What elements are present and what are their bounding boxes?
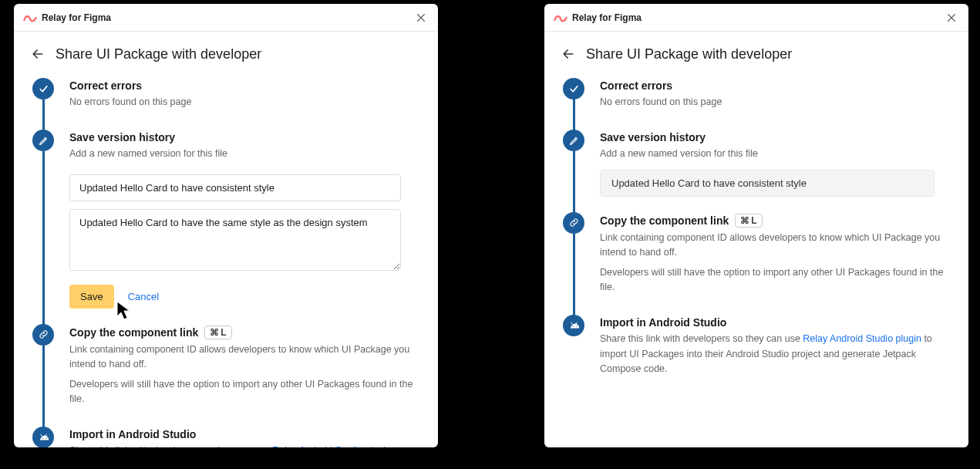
version-name-input[interactable] (69, 174, 401, 201)
step-save-version: Save version history Add a new named ver… (563, 130, 950, 211)
dialog-header: Share UI Package with developer (14, 32, 438, 70)
step-copy-link: Copy the component link ⌘ L Link contain… (563, 212, 950, 315)
svg-point-2 (572, 326, 573, 326)
android-icon (563, 315, 584, 336)
step-sub-2: Developers will still have the option to… (69, 377, 416, 407)
link-icon (32, 324, 54, 346)
step-subtitle: No errors found on this page (69, 95, 416, 110)
android-icon (32, 427, 54, 447)
back-arrow-icon[interactable] (29, 46, 46, 62)
step-subtitle: Share this link with developers so they … (600, 332, 947, 376)
cmd-symbol: ⌘ (740, 215, 749, 226)
step-title: Correct errors (600, 79, 947, 92)
step-title: Copy the component link (600, 214, 729, 227)
titlebar: Relay for Figma (14, 4, 438, 32)
step-copy-link: Copy the component link ⌘ L Link contain… (32, 324, 419, 427)
app-name: Relay for Figma (572, 12, 642, 23)
pencil-icon (32, 130, 54, 151)
relay-logo-icon (554, 13, 567, 22)
version-description-input[interactable]: Updated Hello Card to have the same styl… (69, 209, 401, 271)
back-arrow-icon[interactable] (560, 46, 577, 62)
app-name: Relay for Figma (42, 12, 111, 23)
step-correct-errors: Correct errors No errors found on this p… (32, 78, 419, 130)
step-title: Save version history (600, 131, 947, 143)
relay-dialog-saved: Relay for Figma Share UI Package with de… (544, 4, 968, 447)
step-sub-2: Developers will still have the option to… (600, 265, 947, 295)
keyboard-shortcut: ⌘ L (204, 326, 231, 339)
step-save-version: Save version history Add a new named ver… (32, 130, 419, 323)
svg-point-0 (42, 437, 42, 438)
step-subtitle: Add a new named version for this file (600, 147, 947, 161)
step-subtitle: Add a new named version for this file (69, 147, 416, 161)
keyboard-shortcut: ⌘ L (735, 214, 762, 228)
sub-prefix: Share this link with developers so they … (69, 445, 272, 447)
step-title: Save version history (69, 131, 416, 143)
step-correct-errors: Correct errors No errors found on this p… (563, 78, 950, 130)
svg-point-1 (45, 437, 46, 438)
step-title-row: Copy the component link ⌘ L (600, 214, 947, 228)
shortcut-key: L (221, 327, 226, 338)
relay-plugin-link[interactable]: Relay Android Studio plugin (803, 333, 921, 344)
relay-dialog-editing: Relay for Figma Share UI Package with de… (14, 4, 438, 447)
check-icon (32, 78, 54, 100)
relay-plugin-link[interactable]: Relay Android Studio plugin (272, 445, 391, 447)
step-title: Import in Android Studio (69, 428, 416, 440)
relay-logo-icon (23, 13, 37, 22)
close-icon[interactable] (944, 10, 959, 25)
saved-version-display[interactable]: Updated Hello Card to have consistent st… (600, 170, 935, 197)
step-subtitle: Share this link with developers so they … (69, 444, 416, 447)
step-subtitle: No errors found on this page (600, 95, 947, 110)
dialog-title: Share UI Package with developer (56, 46, 261, 62)
step-import-android: Import in Android Studio Share this link… (563, 315, 950, 396)
check-icon (563, 78, 584, 100)
close-icon[interactable] (413, 10, 429, 25)
step-sub-1: Link containing component ID allows deve… (69, 342, 416, 373)
step-title-row: Copy the component link ⌘ L (69, 326, 416, 339)
pencil-icon (563, 130, 584, 151)
shortcut-key: L (751, 215, 756, 226)
dialog-header: Share UI Package with developer (544, 32, 968, 70)
step-title: Import in Android Studio (600, 316, 947, 329)
step-sub-1: Link containing component ID allows deve… (600, 231, 947, 261)
step-title: Copy the component link (69, 326, 198, 339)
dialog-title: Share UI Package with developer (586, 46, 792, 62)
svg-point-3 (576, 326, 577, 326)
step-title: Correct errors (69, 79, 416, 92)
sub-prefix: Share this link with developers so they … (600, 333, 803, 344)
cancel-button[interactable]: Cancel (128, 291, 159, 302)
save-button[interactable]: Save (69, 285, 114, 309)
cmd-symbol: ⌘ (210, 327, 219, 338)
link-icon (563, 212, 584, 234)
step-import-android: Import in Android Studio Share this link… (32, 427, 419, 447)
titlebar: Relay for Figma (544, 4, 968, 32)
